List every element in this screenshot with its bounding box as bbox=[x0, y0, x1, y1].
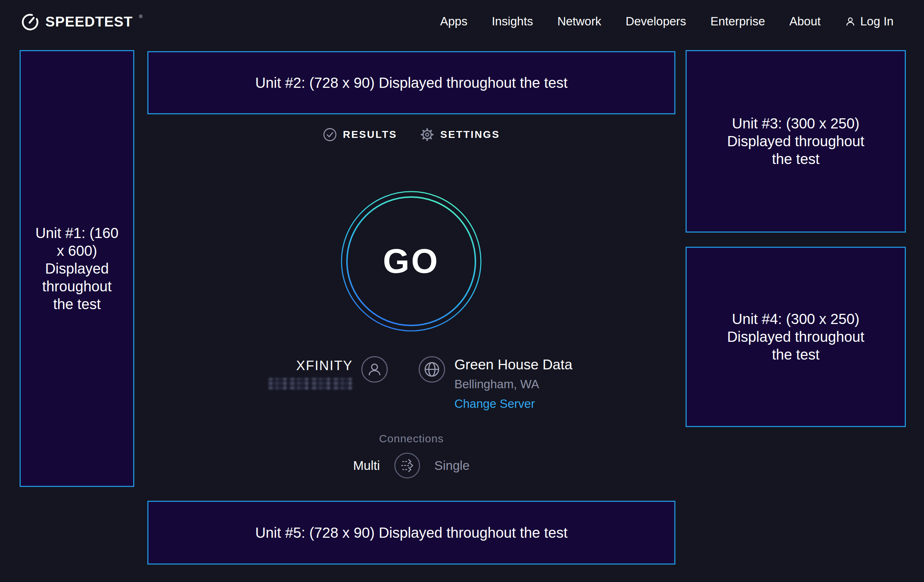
check-circle-icon bbox=[323, 128, 337, 142]
multi-connections-icon[interactable] bbox=[394, 452, 421, 479]
user-circle-icon bbox=[361, 356, 388, 383]
nav-item-enterprise[interactable]: Enterprise bbox=[711, 15, 765, 28]
speedtest-logo[interactable]: SPEEDTEST ® bbox=[20, 12, 142, 31]
ad-unit-4-rectangle[interactable]: Unit #4: (300 x 250) Displayed throughou… bbox=[686, 247, 906, 427]
ad-unit-3-label: Unit #3: (300 x 250) Displayed throughou… bbox=[718, 115, 874, 168]
tab-results[interactable]: RESULTS bbox=[323, 128, 398, 142]
nav-item-insights[interactable]: Insights bbox=[492, 15, 533, 28]
nav-item-network[interactable]: Network bbox=[558, 15, 601, 28]
ad-unit-4-label: Unit #4: (300 x 250) Displayed throughou… bbox=[718, 310, 874, 364]
tab-results-label: RESULTS bbox=[343, 129, 398, 140]
tab-settings-label: SETTINGS bbox=[440, 129, 500, 140]
speedtest-page: SPEEDTEST ® Apps Insights Network Develo… bbox=[0, 0, 924, 582]
connections-label: Connections bbox=[147, 432, 675, 445]
nav-item-about[interactable]: About bbox=[789, 15, 820, 28]
nav-item-developers[interactable]: Developers bbox=[626, 15, 686, 28]
go-button[interactable]: GO bbox=[340, 190, 482, 332]
logo-trademark: ® bbox=[139, 14, 143, 19]
top-nav-bar: SPEEDTEST ® Apps Insights Network Develo… bbox=[0, 0, 924, 43]
server-location: Bellingham, WA bbox=[454, 378, 573, 391]
ad-unit-1-label: Unit #1: (160 x 600) Displayed throughou… bbox=[35, 224, 119, 313]
tab-settings[interactable]: SETTINGS bbox=[420, 128, 500, 142]
connections-toggle: Multi Single bbox=[147, 452, 675, 479]
ad-unit-2-label: Unit #2: (728 x 90) Displayed throughout… bbox=[255, 74, 568, 92]
go-button-label: GO bbox=[340, 190, 482, 332]
main-nav: Apps Insights Network Developers Enterpr… bbox=[440, 15, 894, 28]
logo-text: SPEEDTEST bbox=[45, 15, 133, 29]
isp-info: XFINITY bbox=[269, 352, 353, 391]
nav-item-apps[interactable]: Apps bbox=[440, 15, 467, 28]
server-info: Green House Data Bellingham, WA Change S… bbox=[454, 352, 573, 411]
change-server-link[interactable]: Change Server bbox=[454, 397, 573, 411]
view-tabs: RESULTS SETTINGS bbox=[147, 128, 675, 142]
connections-single-option[interactable]: Single bbox=[434, 458, 470, 473]
user-icon bbox=[845, 16, 856, 27]
login-link[interactable]: Log In bbox=[845, 15, 894, 28]
gear-icon bbox=[420, 128, 434, 142]
ad-unit-2-banner-top[interactable]: Unit #2: (728 x 90) Displayed throughout… bbox=[147, 51, 675, 114]
server-name: Green House Data bbox=[454, 356, 573, 373]
connection-info-row: XFINITY Green House Data Bellingham, WA … bbox=[157, 352, 685, 411]
login-label: Log In bbox=[860, 15, 894, 28]
ad-unit-5-banner-bottom[interactable]: Unit #5: (728 x 90) Displayed throughout… bbox=[147, 501, 675, 565]
ad-unit-3-rectangle[interactable]: Unit #3: (300 x 250) Displayed throughou… bbox=[686, 50, 906, 232]
ip-address-redacted bbox=[269, 378, 353, 390]
ad-unit-5-label: Unit #5: (728 x 90) Displayed throughout… bbox=[255, 524, 568, 542]
ad-unit-1-skyscraper[interactable]: Unit #1: (160 x 600) Displayed throughou… bbox=[20, 50, 134, 487]
isp-name: XFINITY bbox=[269, 358, 353, 374]
connections-multi-option[interactable]: Multi bbox=[353, 458, 380, 473]
globe-icon bbox=[418, 356, 446, 383]
gauge-icon bbox=[20, 12, 40, 31]
